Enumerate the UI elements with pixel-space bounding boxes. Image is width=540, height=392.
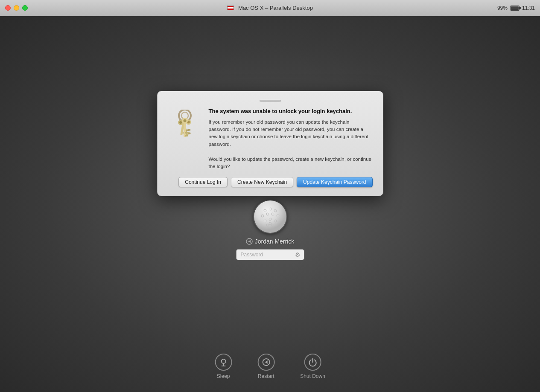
window-title: Mac OS X – Parallels Desktop	[227, 5, 313, 11]
username-label: Jordan Merrick	[255, 238, 295, 245]
svg-rect-13	[185, 132, 189, 134]
dialog-body-2: Would you like to update the password, c…	[209, 156, 373, 171]
sleep-svg-icon	[219, 357, 228, 367]
keychain-icon	[168, 108, 202, 170]
user-name: Jordan Merrick	[246, 238, 295, 245]
svg-marker-32	[248, 240, 251, 243]
title-text: Mac OS X – Parallels Desktop	[238, 5, 313, 11]
maximize-button[interactable]	[22, 5, 28, 11]
keys-svg-icon	[169, 110, 200, 152]
battery-percentage: 99%	[497, 5, 508, 11]
restart-icon	[257, 354, 274, 371]
bottom-buttons: Sleep Restart Shut Down	[215, 354, 325, 379]
svg-point-17	[254, 200, 286, 233]
battery-icon	[510, 6, 520, 11]
svg-point-16	[183, 119, 186, 122]
parallels-flag-icon	[227, 6, 234, 10]
clock: 11:31	[522, 5, 535, 11]
password-input[interactable]	[236, 249, 304, 260]
user-avatar[interactable]	[253, 200, 287, 234]
svg-point-33	[221, 359, 225, 363]
svg-rect-14	[185, 135, 188, 136]
dialog-title: The system was unable to unlock your log…	[209, 108, 373, 115]
user-arrow-icon	[246, 238, 253, 245]
restart-label: Restart	[258, 373, 274, 379]
golf-ball-icon	[253, 200, 287, 234]
close-button[interactable]	[5, 5, 11, 11]
sleep-label: Sleep	[217, 373, 230, 379]
password-field-wrap: ⚙	[236, 249, 304, 260]
title-bar-right: 99% 11:31	[497, 5, 535, 11]
password-spinner-icon: ⚙	[295, 251, 302, 258]
dialog-text-content: The system was unable to unlock your log…	[209, 108, 373, 170]
svg-marker-37	[265, 360, 267, 364]
create-new-keychain-button[interactable]: Create New Keychain	[231, 177, 293, 187]
shutdown-label: Shut Down	[300, 373, 325, 379]
dialog-grip	[260, 100, 281, 102]
dialog-content: The system was unable to unlock your log…	[168, 108, 373, 170]
update-keychain-password-button[interactable]: Update Keychain Password	[297, 177, 372, 187]
title-bar: Mac OS X – Parallels Desktop 99% 11:31	[0, 0, 540, 16]
continue-login-button[interactable]: Continue Log In	[178, 177, 228, 187]
sleep-icon	[215, 354, 232, 371]
dialog-body-1: If you remember your old password you ca…	[209, 119, 373, 148]
restart-button[interactable]: Restart	[257, 354, 274, 379]
shutdown-button[interactable]: Shut Down	[300, 354, 325, 379]
sleep-button[interactable]: Sleep	[215, 354, 232, 379]
restart-svg-icon	[261, 357, 271, 367]
shutdown-icon	[304, 354, 321, 371]
window-controls	[5, 5, 28, 11]
shutdown-svg-icon	[308, 357, 317, 367]
minimize-button[interactable]	[14, 5, 19, 11]
dialog-buttons: Continue Log In Create New Keychain Upda…	[168, 177, 373, 187]
login-section: Jordan Merrick ⚙	[236, 200, 304, 260]
svg-rect-35	[221, 366, 225, 366]
keychain-dialog: The system was unable to unlock your log…	[157, 91, 383, 196]
main-background: The system was unable to unlock your log…	[0, 16, 540, 392]
